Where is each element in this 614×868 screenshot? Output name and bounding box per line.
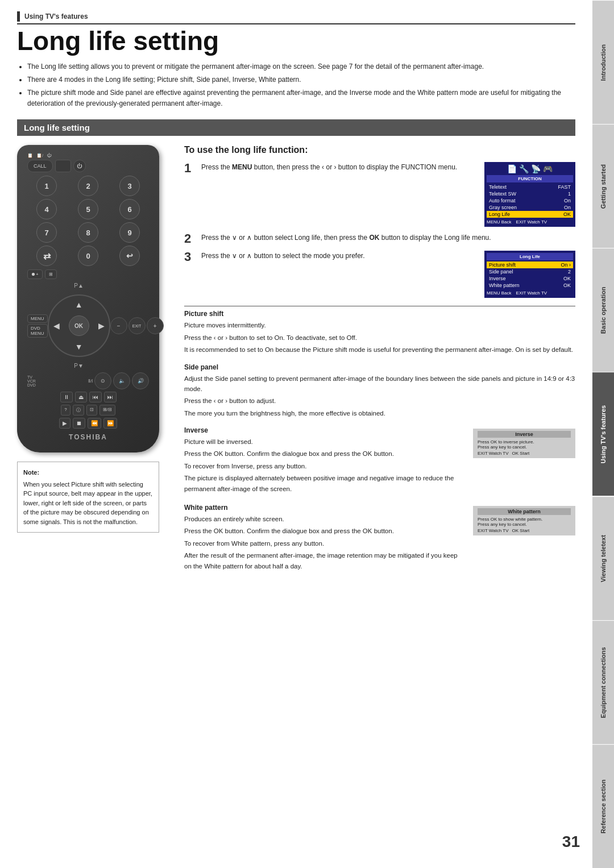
section-label: Using TV's features xyxy=(17,11,575,24)
step-2-number: 2 xyxy=(184,232,196,245)
btn-3[interactable]: 3 xyxy=(119,176,140,196)
stop-button[interactable]: ⏹ xyxy=(73,418,85,429)
btn-2[interactable]: 2 xyxy=(78,176,98,196)
left-column: 📋 📋/ ⏻ CALL ⏻ 1 2 3 xyxy=(17,145,171,581)
source-button[interactable]: ⊙ xyxy=(94,372,111,389)
side-panel-p3: The more you turn the brightness high, t… xyxy=(184,408,575,418)
btn-7[interactable]: 7 xyxy=(36,222,57,243)
btn-9[interactable]: 9 xyxy=(119,222,140,243)
menu2-row-pictureshift: Picture shiftOn › xyxy=(487,261,573,268)
tab-basic-operation[interactable]: Basic operation xyxy=(592,248,614,372)
tab-viewing-teletext[interactable]: Viewing teletext xyxy=(592,496,614,620)
picture-shift-p1: Picture moves intermittently. xyxy=(184,320,575,330)
white-pattern-box-line1: Press OK to show white pattern. xyxy=(478,517,571,522)
rec-button[interactable]: ⏺+ xyxy=(27,269,43,279)
tab-equipment-connections[interactable]: Equipment connections xyxy=(592,620,614,744)
inverse-title: Inverse xyxy=(184,426,464,434)
step-3-text: Press the ∨ or ∧ button to select the mo… xyxy=(201,251,479,261)
intro-bullet-3: The picture shift mode and Side panel ar… xyxy=(27,88,575,109)
number-grid: 1 2 3 4 5 6 7 8 9 ⇄ 0 ↩ xyxy=(27,176,149,266)
btn-return[interactable]: ↩ xyxy=(119,246,140,266)
nav-left[interactable]: ◀ xyxy=(53,321,60,330)
btn-0[interactable]: 0 xyxy=(78,246,98,266)
btn-1[interactable]: 1 xyxy=(36,176,57,196)
blank-button[interactable] xyxy=(55,160,71,172)
inverse-box-footer: EXIT Watch TV OK Start xyxy=(478,451,571,456)
audio-button[interactable]: 🔊 xyxy=(132,372,149,389)
info2-button[interactable]: ⓘ xyxy=(73,405,84,416)
menu2-row-sidepanel: Side panel2 xyxy=(487,268,573,275)
picture-shift-p2: Press the ‹ or › button to set to On. To… xyxy=(184,333,575,343)
ff-button[interactable]: ⏩ xyxy=(103,418,117,429)
prev-button[interactable]: ⏮ xyxy=(89,392,102,402)
inverse-box-line1: Press OK to inverse picture. xyxy=(478,439,571,445)
step-2: 2 Press the ∨ or ∧ button select Long li… xyxy=(184,232,575,245)
section-title-bar: Long life setting xyxy=(17,119,575,136)
btn-5[interactable]: 5 xyxy=(78,199,98,219)
subtitle-button[interactable]: ? xyxy=(61,405,70,416)
menu1-row-grayscreen: Gray screenOn xyxy=(487,204,573,211)
tab-reference-section[interactable]: Reference section xyxy=(592,744,614,868)
menu2-header: Long Life xyxy=(487,253,573,260)
btn-8[interactable]: 8 xyxy=(78,222,98,243)
white-pattern-box-line2: Press any key to cancel. xyxy=(478,522,571,527)
white-pattern-p1: Produces an entirely white screen. xyxy=(184,514,464,524)
inverse-p4: The picture is displayed alternately bet… xyxy=(184,473,464,494)
menu1-row-autoformat: Auto formatOn xyxy=(487,197,573,204)
btn-4[interactable]: 4 xyxy=(36,199,57,219)
function-menu-screenshot: 📄 🔧 📡 🎮 FUNCTION TeletextFAST Teletext S… xyxy=(484,162,575,227)
tab-introduction[interactable]: Introduction xyxy=(592,0,614,124)
main-content: Using TV's features Long life setting Th… xyxy=(0,0,592,598)
side-panel-p1: Adjust the Side panel setting to prevent… xyxy=(184,373,575,394)
side-tabs: Introduction Getting started Basic opera… xyxy=(592,0,614,868)
right-column: To use the long life function: 1 Press t… xyxy=(184,145,575,581)
play-button[interactable]: ▶ xyxy=(59,418,70,429)
tab-using-tv-features[interactable]: Using TV's features xyxy=(592,372,614,496)
step-3: 3 Press the ∨ or ∧ button to select the … xyxy=(184,251,575,298)
menu2-row-whitepattern: White patternOK xyxy=(487,282,573,289)
side-panel-section: Side panel Adjust the Side panel setting… xyxy=(184,363,575,419)
rewind-button[interactable]: ⏪ xyxy=(88,418,101,429)
remote-control: 📋 📋/ ⏻ CALL ⏻ 1 2 3 xyxy=(17,145,159,452)
intro-bullets: The Long life setting allows you to prev… xyxy=(17,61,575,110)
step-1: 1 Press the MENU button, then press the … xyxy=(184,162,575,227)
note-box: Note: When you select Picture shift with… xyxy=(17,462,159,533)
next-button[interactable]: ⏭ xyxy=(104,392,117,402)
step-3-number: 3 xyxy=(184,251,196,263)
btn-swap[interactable]: ⇄ xyxy=(36,246,57,266)
page-number: 31 xyxy=(562,833,580,851)
vol-mute[interactable]: 🔈 xyxy=(113,372,130,389)
nav-up[interactable]: ▲ xyxy=(75,300,83,309)
function-title: To use the long life function: xyxy=(184,145,575,155)
tab-getting-started[interactable]: Getting started xyxy=(592,124,614,248)
step-2-text: Press the ∨ or ∧ button select Long life… xyxy=(201,232,575,243)
info-button[interactable]: ⊞ xyxy=(45,269,57,279)
longlife-menu-screenshot: Long Life Picture shiftOn › Side panel2 … xyxy=(484,251,575,298)
menu1-footer: MENU Back EXIT Watch TV xyxy=(487,219,573,225)
dvd-menu-button[interactable]: DVD MENU xyxy=(27,324,48,338)
intro-bullet-1: The Long life setting allows you to prev… xyxy=(27,61,575,72)
btn-6[interactable]: 6 xyxy=(119,199,140,219)
nav-down[interactable]: ▼ xyxy=(75,342,83,351)
pause-button[interactable]: ⏸ xyxy=(60,392,73,402)
inverse-box-line2: Press any key to cancel. xyxy=(478,445,571,450)
white-pattern-box-header: White pattern xyxy=(478,508,571,515)
menu-button[interactable]: MENU xyxy=(27,314,48,323)
white-pattern-title: White pattern xyxy=(184,504,464,512)
exit-button[interactable]: EXIT xyxy=(128,317,146,334)
side-panel-title: Side panel xyxy=(184,363,575,371)
ok-button[interactable]: OK xyxy=(69,315,89,336)
white-pattern-p4: After the result of the permanent after-… xyxy=(184,550,464,571)
mode-button[interactable]: ⊞/⊟ xyxy=(99,405,115,416)
extra-btns: ? ⓘ ⊡ ⊞/⊟ xyxy=(27,405,149,416)
inverse-box-header: Inverse xyxy=(478,431,571,438)
power-button[interactable]: ⏻ xyxy=(73,160,86,172)
menu1-header: FUNCTION xyxy=(487,175,573,182)
vol-plus[interactable]: + xyxy=(147,317,164,334)
eject-button[interactable]: ⏏ xyxy=(75,392,87,402)
vol-minus[interactable]: − xyxy=(110,317,127,334)
nav-right[interactable]: ▶ xyxy=(98,321,105,330)
call-button[interactable]: CALL xyxy=(27,160,53,172)
menu2-row-inverse: InverseOK xyxy=(487,275,573,282)
aspect-button[interactable]: ⊡ xyxy=(86,405,97,416)
